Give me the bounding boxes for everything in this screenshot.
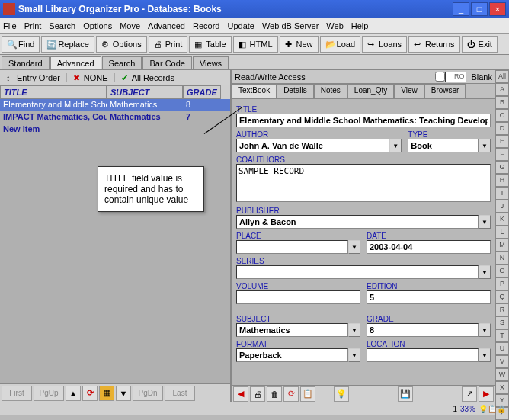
type-dropdown[interactable]: ▼	[479, 139, 491, 152]
grade-dropdown[interactable]: ▼	[479, 323, 491, 337]
place-dropdown[interactable]: ▼	[348, 240, 360, 254]
nav-pgup[interactable]: PgUp	[34, 386, 64, 401]
nav-pgdn[interactable]: PgDn	[133, 386, 163, 401]
nav-prev[interactable]: ▲	[66, 386, 81, 401]
nav-refresh[interactable]: ⟳	[82, 386, 98, 401]
tab-standard[interactable]: Standard	[2, 56, 50, 69]
fwd-button[interactable]: ▶	[479, 386, 494, 402]
tab-views[interactable]: Views	[193, 56, 229, 69]
menu-advanced[interactable]: Advanced	[148, 21, 185, 30]
nav-first[interactable]: First	[2, 386, 32, 401]
exit-button[interactable]: ⏻Exit	[462, 36, 498, 53]
dtab-notes[interactable]: Notes	[314, 84, 347, 98]
new-button[interactable]: ✚New	[280, 36, 319, 53]
returns-button[interactable]: ↩Returns	[408, 36, 460, 53]
delete-button[interactable]: 🗑	[267, 386, 282, 402]
table-row[interactable]: New Item	[0, 123, 230, 136]
alpha-all[interactable]: All	[495, 70, 509, 83]
back-button[interactable]: ◀	[233, 386, 248, 402]
dtab-details[interactable]: Details	[277, 84, 314, 98]
alpha-v[interactable]: V	[495, 355, 509, 368]
alpha-t[interactable]: T	[495, 329, 509, 342]
alpha-g[interactable]: G	[495, 161, 509, 174]
loans-button[interactable]: ↪Loans	[362, 36, 407, 53]
alpha-c[interactable]: C	[495, 109, 509, 122]
col-subject[interactable]: SUBJECT	[107, 85, 183, 99]
coauthors-field[interactable]	[236, 164, 491, 202]
tab-advanced[interactable]: Advanced	[50, 56, 101, 69]
place-field[interactable]	[236, 240, 348, 254]
menu-web[interactable]: Web	[326, 21, 343, 30]
alpha-a[interactable]: A	[495, 83, 509, 96]
author-field[interactable]	[236, 139, 389, 152]
menu-search[interactable]: Search	[49, 21, 75, 30]
publisher-dropdown[interactable]: ▼	[479, 215, 491, 229]
alpha-d[interactable]: D	[495, 122, 509, 135]
menu-record[interactable]: Record	[193, 21, 219, 30]
menu-options[interactable]: Options	[83, 21, 112, 30]
refresh-rec-button[interactable]: ⟳	[283, 386, 299, 402]
nav-grid[interactable]: ▦	[99, 386, 114, 401]
alpha-l[interactable]: L	[495, 226, 509, 239]
filter-all-records[interactable]: ✔All Records	[115, 73, 181, 82]
series-dropdown[interactable]: ▼	[479, 265, 491, 279]
grade-field[interactable]	[367, 323, 479, 337]
alpha-s[interactable]: S	[495, 316, 509, 329]
tab-search[interactable]: Search	[102, 56, 142, 69]
edition-field[interactable]	[367, 290, 491, 304]
publisher-field[interactable]	[236, 215, 479, 229]
alpha-x[interactable]: X	[495, 381, 509, 394]
alpha-f[interactable]: F	[495, 148, 509, 161]
nav-next[interactable]: ▼	[116, 386, 131, 401]
dtab-browser[interactable]: Browser	[424, 84, 466, 98]
menu-update[interactable]: Update	[227, 21, 254, 30]
alpha-r[interactable]: R	[495, 303, 509, 316]
author-dropdown[interactable]: ▼	[389, 139, 402, 152]
replace-button[interactable]: 🔄Replace	[41, 36, 94, 53]
nav-last[interactable]: Last	[165, 386, 195, 401]
menu-file[interactable]: File	[3, 21, 17, 30]
print-button[interactable]: 🖨Print	[149, 36, 188, 53]
col-title[interactable]: TITLE	[0, 85, 107, 99]
series-field[interactable]	[236, 265, 479, 279]
location-field[interactable]	[367, 348, 479, 362]
html-button[interactable]: ◧HTML	[233, 36, 278, 53]
alpha-w[interactable]: W	[495, 368, 509, 381]
alpha-h[interactable]: H	[495, 174, 509, 187]
alpha-i[interactable]: I	[495, 187, 509, 200]
find-button[interactable]: 🔍Find	[2, 36, 40, 53]
filter-entry-order[interactable]: ↕Entry Order	[0, 73, 67, 82]
alpha-p[interactable]: P	[495, 277, 509, 290]
volume-field[interactable]	[236, 290, 360, 304]
minimize-button[interactable]: _	[453, 2, 469, 16]
filter-none[interactable]: ✖NONE	[67, 73, 115, 82]
table-row[interactable]: Elementary and Middle SchoolMathematics8	[0, 99, 230, 111]
copy-button[interactable]: 📋	[300, 386, 315, 402]
save-button[interactable]: 💾	[398, 386, 413, 402]
grid-body[interactable]: Elementary and Middle SchoolMathematics8…	[0, 99, 230, 383]
menu-help[interactable]: Help	[351, 21, 369, 30]
load-button[interactable]: 📂Load	[320, 36, 360, 53]
alpha-e[interactable]: E	[495, 135, 509, 148]
menu-move[interactable]: Move	[120, 21, 140, 30]
export-button[interactable]: ↗	[462, 386, 477, 402]
close-button[interactable]: ×	[489, 2, 506, 16]
alpha-j[interactable]: J	[495, 200, 509, 213]
subject-field[interactable]	[236, 323, 348, 337]
options-button[interactable]: ⚙Options	[96, 36, 147, 53]
ro-checkbox[interactable]	[435, 72, 445, 82]
dtab-textbook[interactable]: TextBook	[232, 84, 277, 98]
col-grade[interactable]: GRADE	[183, 85, 221, 99]
print-rec-button[interactable]: 🖨	[250, 386, 265, 402]
format-dropdown[interactable]: ▼	[348, 348, 360, 362]
alpha-m[interactable]: M	[495, 239, 509, 252]
blank-label[interactable]: Blank	[471, 72, 492, 82]
maximize-button[interactable]: □	[471, 2, 488, 16]
alpha-k[interactable]: K	[495, 213, 509, 226]
date-field[interactable]	[367, 240, 491, 254]
tip-button[interactable]: 💡	[334, 386, 349, 402]
location-dropdown[interactable]: ▼	[479, 348, 491, 362]
alpha-n[interactable]: N	[495, 252, 509, 265]
format-field[interactable]	[236, 348, 348, 362]
alpha-b[interactable]: B	[495, 96, 509, 109]
